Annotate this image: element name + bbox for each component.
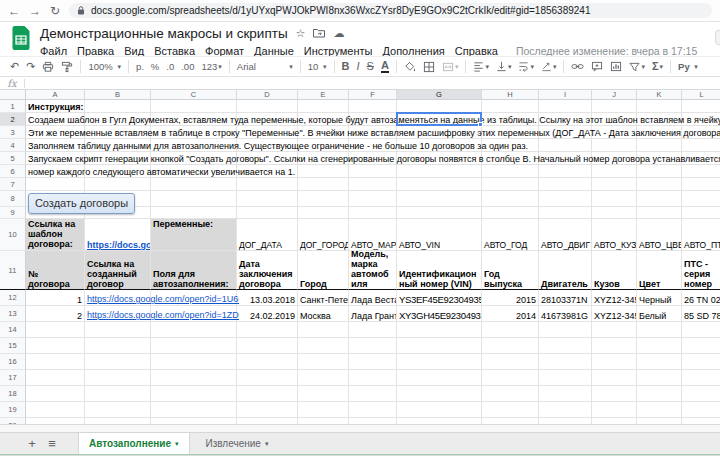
cell-B11[interactable]: Ссылка на созданный договор (85, 251, 151, 290)
cell-F8[interactable] (349, 191, 397, 207)
cell-C11[interactable]: Поля для автозаполнения: (151, 251, 237, 290)
column-header-I[interactable]: I (539, 90, 592, 100)
merge-cells-icon[interactable]: ▾ (442, 61, 459, 73)
cell-H18[interactable] (482, 386, 539, 402)
cell-D4[interactable] (237, 139, 298, 152)
row-header-9[interactable]: 9 (0, 207, 26, 219)
cell-I1[interactable] (539, 100, 592, 113)
cell-K3[interactable] (637, 126, 682, 139)
cell-J13[interactable]: XYZ12-3456 (592, 306, 637, 322)
cell-G7[interactable] (397, 178, 482, 191)
cell-H7[interactable] (482, 178, 539, 191)
all-sheets-button[interactable]: ≡ (42, 433, 62, 454)
cell-K8[interactable] (637, 191, 682, 207)
cell-G10[interactable]: АВТО_VIN (397, 219, 482, 251)
cell-I12[interactable]: 28103371N (539, 290, 592, 306)
cell-L11[interactable]: ПТС - серия номер (682, 251, 720, 290)
column-header-J[interactable]: J (592, 90, 637, 100)
cell-B2[interactable] (85, 113, 151, 126)
cell-F15[interactable] (349, 338, 397, 354)
cell-K7[interactable] (637, 178, 682, 191)
cloud-status-icon[interactable]: ☁ (333, 28, 344, 39)
menu-help[interactable]: Справка (455, 45, 498, 57)
cell-K9[interactable] (637, 207, 682, 219)
column-header-F[interactable]: F (349, 90, 397, 100)
column-header-B[interactable]: B (85, 90, 151, 100)
cell-L1[interactable] (682, 100, 720, 113)
cell-C19[interactable] (151, 402, 237, 418)
cell-J8[interactable] (592, 191, 637, 207)
row-header-11[interactable]: 11 (0, 251, 26, 290)
cell-I16[interactable] (539, 354, 592, 370)
cell-E1[interactable] (298, 100, 349, 113)
cell-C1[interactable] (151, 100, 237, 113)
cell-J3[interactable] (592, 126, 637, 139)
cell-K2[interactable] (637, 113, 682, 126)
cell-G17[interactable] (397, 370, 482, 386)
row-header-3[interactable]: 3 (0, 126, 26, 139)
cell-A13[interactable]: 2 (26, 306, 85, 322)
cell-B19[interactable] (85, 402, 151, 418)
cell-L13[interactable]: 85 SD 7890 (682, 306, 720, 322)
tab-menu-icon[interactable]: ▾ (175, 440, 179, 448)
font-size-select[interactable]: 10 ▾ (308, 62, 327, 72)
cell-A16[interactable] (26, 354, 85, 370)
cell-I6[interactable] (539, 165, 592, 178)
cell-G11[interactable]: Идентификационный номер (VIN) (397, 251, 482, 290)
menu-tools[interactable]: Инструменты (304, 45, 373, 57)
bold-button[interactable]: B (342, 61, 350, 72)
cell-G15[interactable] (397, 338, 482, 354)
row-header-7[interactable]: 7 (0, 178, 26, 191)
text-rotation-icon[interactable]: ▾ (541, 61, 557, 72)
cell-D18[interactable] (237, 386, 298, 402)
cell-L4[interactable] (682, 139, 720, 152)
cell-F12[interactable]: Лада Веста (349, 290, 397, 306)
cell-J4[interactable] (592, 139, 637, 152)
cell-J9[interactable] (592, 207, 637, 219)
cell-F10[interactable]: АВТО_МАРКА (349, 219, 397, 251)
print-icon[interactable] (42, 61, 54, 73)
cell-E18[interactable] (298, 386, 349, 402)
cell-D5[interactable] (237, 152, 298, 165)
cell-J7[interactable] (592, 178, 637, 191)
cell-B12[interactable]: https://docs.google.com/open?id=1U6usuHV… (85, 290, 151, 306)
cell-D15[interactable] (237, 338, 298, 354)
cell-H8[interactable] (482, 191, 539, 207)
cell-B5[interactable] (85, 152, 151, 165)
cell-G14[interactable] (397, 322, 482, 338)
column-header-A[interactable]: A (26, 90, 85, 100)
cell-D8[interactable] (237, 191, 298, 207)
cell-E5[interactable] (298, 152, 349, 165)
cell-J19[interactable] (592, 402, 637, 418)
cell-B3[interactable] (85, 126, 151, 139)
cell-D1[interactable] (237, 100, 298, 113)
cell-A15[interactable] (26, 338, 85, 354)
cell-K19[interactable] (637, 402, 682, 418)
cell-K16[interactable] (637, 354, 682, 370)
cell-F3[interactable] (349, 126, 397, 139)
italic-button[interactable]: I (357, 61, 360, 72)
cell-L7[interactable] (682, 178, 720, 191)
column-header-E[interactable]: E (298, 90, 349, 100)
cell-K5[interactable] (637, 152, 682, 165)
functions-button[interactable]: Σ▾ (652, 61, 663, 72)
column-header-C[interactable]: C (151, 90, 237, 100)
cell-F17[interactable] (349, 370, 397, 386)
menu-addons[interactable]: Дополнения (382, 45, 444, 57)
undo-icon[interactable]: ↶ (10, 61, 19, 72)
cell-J18[interactable] (592, 386, 637, 402)
cell-E11[interactable]: Город (298, 251, 349, 290)
row-header-12[interactable]: 12 (0, 290, 26, 306)
cell-L14[interactable] (682, 322, 720, 338)
cell-H9[interactable] (482, 207, 539, 219)
cell-E16[interactable] (298, 354, 349, 370)
cell-L6[interactable] (682, 165, 720, 178)
cell-B16[interactable] (85, 354, 151, 370)
cell-J16[interactable] (592, 354, 637, 370)
cell-H2[interactable] (482, 113, 539, 126)
cell-D13[interactable]: 24.02.2019 (237, 306, 298, 322)
grid-corner[interactable] (0, 90, 26, 100)
cell-H13[interactable]: 2014 (482, 306, 539, 322)
cell-J14[interactable] (592, 322, 637, 338)
cell-K1[interactable] (637, 100, 682, 113)
